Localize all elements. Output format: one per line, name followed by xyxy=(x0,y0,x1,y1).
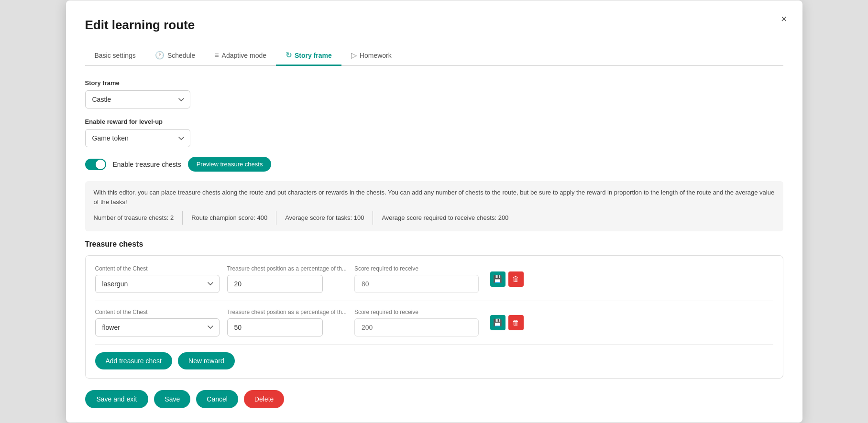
chest-1-score-label: Score required to receive xyxy=(354,265,479,272)
chest-2-save-button[interactable]: 💾 xyxy=(490,315,505,330)
chest-1-position-input[interactable] xyxy=(227,275,323,293)
tab-adaptive-mode[interactable]: ≡ Adaptive mode xyxy=(205,46,276,66)
chest-2-position-input[interactable] xyxy=(227,318,323,336)
preview-treasure-chests-button[interactable]: Preview treasure chests xyxy=(188,157,272,172)
chest-1-score-input[interactable] xyxy=(354,275,479,293)
chest-1-fields: Content of the Chest lasergun flower swo… xyxy=(95,265,773,293)
chest-2-score-input[interactable] xyxy=(354,318,479,336)
chest-2-position-group: Treasure chest position as a percentage … xyxy=(227,309,347,336)
story-frame-group: Story frame Castle Forest Space Ocean xyxy=(85,79,783,108)
story-frame-dropdown[interactable]: Castle Forest Space Ocean xyxy=(85,90,190,108)
info-stats: Number of treasure chests: 2 Route champ… xyxy=(94,211,775,225)
chests-container: Content of the Chest lasergun flower swo… xyxy=(85,255,783,379)
chest-2-fields: Content of the Chest lasergun flower swo… xyxy=(95,309,773,336)
story-icon: ↻ xyxy=(286,51,292,60)
homework-icon: ▷ xyxy=(351,51,357,60)
chest-row-2: Content of the Chest lasergun flower swo… xyxy=(95,309,773,345)
homework-tab-label: Homework xyxy=(360,52,392,59)
chest-2-score-label: Score required to receive xyxy=(354,309,479,315)
stat-num-chests: Number of treasure chests: 2 xyxy=(94,211,183,225)
cancel-button[interactable]: Cancel xyxy=(196,390,238,408)
story-frame-label: Story frame xyxy=(85,79,783,87)
modal-title: Edit learning route xyxy=(85,18,783,33)
treasure-chest-toggle-row: Enable treasure chests Preview treasure … xyxy=(85,157,783,172)
tab-bar: Basic settings 🕐 Schedule ≡ Adaptive mod… xyxy=(85,46,783,66)
basic-settings-tab-label: Basic settings xyxy=(95,52,136,59)
chest-1-delete-button[interactable]: 🗑 xyxy=(508,271,524,287)
tab-homework[interactable]: ▷ Homework xyxy=(341,46,401,66)
info-box: With this editor, you can place treasure… xyxy=(85,181,783,231)
chest-2-position-label: Treasure chest position as a percentage … xyxy=(227,309,347,315)
chest-buttons-row: Add treasure chest New reward xyxy=(95,352,773,369)
chest-1-content-dropdown[interactable]: lasergun flower sword shield xyxy=(95,275,220,293)
adaptive-icon: ≡ xyxy=(214,51,219,60)
save-button[interactable]: Save xyxy=(154,390,190,408)
chest-1-score-group: Score required to receive xyxy=(354,265,479,293)
enable-treasure-chests-toggle[interactable] xyxy=(85,159,106,170)
schedule-icon: 🕐 xyxy=(155,51,165,60)
chest-2-content-group: Content of the Chest lasergun flower swo… xyxy=(95,309,220,336)
chest-1-position-group: Treasure chest position as a percentage … xyxy=(227,265,347,293)
tab-schedule[interactable]: 🕐 Schedule xyxy=(145,46,205,66)
new-reward-button[interactable]: New reward xyxy=(178,352,235,369)
stat-champion-score: Route champion score: 400 xyxy=(191,211,276,225)
close-button[interactable]: × xyxy=(781,14,787,24)
info-description: With this editor, you can place treasure… xyxy=(94,188,775,206)
stat-avg-score: Average score for tasks: 100 xyxy=(285,211,373,225)
chest-1-content-group: Content of the Chest lasergun flower swo… xyxy=(95,265,220,293)
chest-2-actions: 💾 🗑 xyxy=(490,315,524,330)
adaptive-tab-label: Adaptive mode xyxy=(222,52,266,59)
chest-1-position-label: Treasure chest position as a percentage … xyxy=(227,265,347,272)
chest-1-actions: 💾 🗑 xyxy=(490,271,524,287)
tab-story-frame[interactable]: ↻ Story frame xyxy=(276,46,341,66)
chest-row-1: Content of the Chest lasergun flower swo… xyxy=(95,265,773,301)
edit-learning-route-modal: × Edit learning route Basic settings 🕐 S… xyxy=(66,0,802,423)
chest-1-save-button[interactable]: 💾 xyxy=(490,271,505,287)
chest-2-content-dropdown[interactable]: lasergun flower sword shield xyxy=(95,318,220,336)
story-tab-label: Story frame xyxy=(295,52,332,59)
tab-basic-settings[interactable]: Basic settings xyxy=(85,46,145,66)
save-and-exit-button[interactable]: Save and exit xyxy=(85,390,149,408)
chest-2-content-label: Content of the Chest xyxy=(95,309,220,315)
bottom-actions: Save and exit Save Cancel Delete xyxy=(85,390,783,408)
schedule-tab-label: Schedule xyxy=(167,52,195,59)
stat-avg-score-receive: Average score required to receive chests… xyxy=(382,211,517,225)
reward-dropdown[interactable]: Game token Badge Certificate xyxy=(85,129,190,147)
add-treasure-chest-button[interactable]: Add treasure chest xyxy=(95,352,173,369)
treasure-chests-title: Treasure chests xyxy=(85,240,783,249)
reward-label: Enable reward for level-up xyxy=(85,118,783,125)
chest-2-delete-button[interactable]: 🗑 xyxy=(508,315,524,330)
enable-treasure-chests-label: Enable treasure chests xyxy=(113,161,181,168)
chest-1-content-label: Content of the Chest xyxy=(95,265,220,272)
chest-2-score-group: Score required to receive xyxy=(354,309,479,336)
reward-group: Enable reward for level-up Game token Ba… xyxy=(85,118,783,147)
delete-button[interactable]: Delete xyxy=(244,390,284,408)
